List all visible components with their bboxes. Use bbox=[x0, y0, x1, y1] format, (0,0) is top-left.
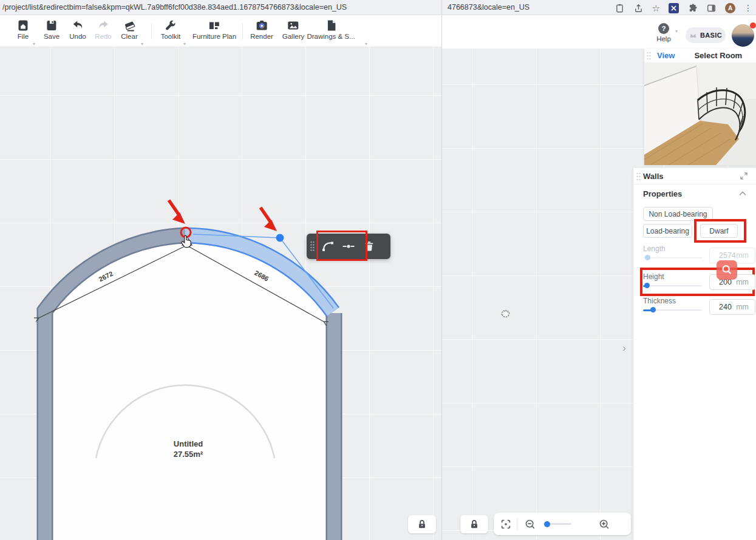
profile-initial: A bbox=[728, 5, 732, 12]
render-label: Render bbox=[250, 33, 273, 40]
share-icon[interactable] bbox=[633, 3, 644, 13]
tab-select-room[interactable]: Select Room bbox=[694, 51, 742, 60]
gallery-button[interactable]: Gallery bbox=[282, 19, 304, 40]
collapse-chevron-icon[interactable] bbox=[739, 191, 746, 196]
thickness-label: Thickness bbox=[643, 297, 676, 305]
wrench-icon bbox=[164, 19, 177, 32]
walls-grip-icon[interactable] bbox=[636, 172, 641, 181]
height-slider-handle[interactable] bbox=[644, 283, 650, 288]
toolbar-divider bbox=[151, 23, 152, 39]
plan-label: BASIC bbox=[700, 32, 722, 39]
drawings-caret-icon[interactable]: ▾ bbox=[365, 41, 367, 47]
thickness-value: 240 bbox=[710, 303, 736, 311]
browser-url-bar-left[interactable]: /project/list&redirectbim=false&kpm=qkWL… bbox=[0, 0, 441, 15]
notification-dot bbox=[750, 22, 756, 29]
height-label: Height bbox=[643, 272, 664, 281]
save-button[interactable]: Save bbox=[44, 19, 60, 40]
sidebar-icon[interactable] bbox=[706, 3, 717, 13]
length-value: 2574 bbox=[710, 251, 736, 260]
panel-grip-icon[interactable] bbox=[647, 52, 651, 60]
zoom-out-icon bbox=[524, 518, 536, 530]
room-floor[interactable] bbox=[53, 243, 325, 540]
browser-url-bar-right[interactable]: 4766873&locale=en_US ☆ bbox=[442, 0, 756, 15]
walls-section-title: Walls bbox=[643, 172, 663, 181]
save-label: Save bbox=[44, 33, 60, 40]
straighten-wall-button[interactable] bbox=[341, 239, 356, 254]
thickness-slider[interactable] bbox=[643, 309, 702, 311]
height-unit: mm bbox=[736, 278, 755, 286]
screenshot-stage: /project/list&redirectbim=false&kpm=qkWL… bbox=[0, 0, 756, 540]
zoom-in-button[interactable] bbox=[597, 517, 611, 532]
zoom-slider[interactable] bbox=[543, 523, 571, 525]
grab-cursor bbox=[499, 306, 512, 320]
help-label: Help bbox=[654, 35, 673, 42]
toolbar-divider bbox=[242, 23, 243, 39]
clear-button[interactable]: Clear bbox=[121, 19, 137, 40]
toolkit-label: Toolkit bbox=[161, 33, 181, 40]
length-unit: mm bbox=[736, 251, 755, 260]
document-icon bbox=[324, 19, 338, 32]
wall-type-load-bearing[interactable]: Load-bearing bbox=[643, 224, 692, 238]
delete-wall-button[interactable] bbox=[362, 239, 376, 254]
zoom-in-icon bbox=[598, 518, 610, 530]
thickness-input[interactable]: 240 mm bbox=[709, 299, 755, 315]
room-3d-preview[interactable] bbox=[644, 62, 756, 165]
app-header: ? Help ▾ BASIC bbox=[442, 15, 756, 49]
star-icon[interactable]: ☆ bbox=[652, 3, 660, 13]
length-slider-handle bbox=[645, 255, 650, 260]
walls-panel: Walls Properties Non Load-bearing Load-b… bbox=[633, 168, 756, 540]
drag-grip-icon[interactable] bbox=[310, 241, 315, 252]
furniture-plan-button[interactable]: Furniture Plan bbox=[192, 19, 236, 40]
tab-view[interactable]: View bbox=[657, 51, 675, 60]
kebab-menu-icon[interactable]: ⋮ bbox=[744, 3, 752, 13]
floorplan-window: /project/list&redirectbim=false&kpm=qkWL… bbox=[0, 0, 441, 540]
camera-icon bbox=[255, 19, 268, 32]
eraser-icon bbox=[123, 19, 136, 32]
lock-button-right[interactable] bbox=[460, 515, 488, 533]
properties-title: Properties bbox=[643, 189, 682, 198]
undo-button[interactable]: Undo bbox=[69, 19, 86, 40]
save-icon bbox=[45, 19, 58, 32]
toolkit-button[interactable]: Toolkit bbox=[161, 19, 181, 40]
curve-wall-icon bbox=[321, 239, 335, 254]
puzzle-icon[interactable] bbox=[687, 3, 698, 13]
file-button[interactable]: File bbox=[16, 19, 30, 40]
straighten-wall-icon bbox=[341, 239, 356, 254]
browser-chrome-icons: ☆ A ⋮ bbox=[615, 2, 752, 14]
clipboard-icon[interactable] bbox=[615, 3, 625, 13]
file-label: File bbox=[16, 33, 30, 40]
panel-collapse-chevron[interactable]: › bbox=[619, 341, 630, 356]
app-toolbar: File ▾ Save Undo bbox=[0, 15, 441, 47]
curve-control-point[interactable] bbox=[276, 234, 284, 242]
profile-avatar[interactable]: A bbox=[725, 3, 735, 13]
clear-label: Clear bbox=[121, 33, 137, 40]
recording-magnifier-cursor bbox=[717, 260, 737, 280]
fit-to-screen-button[interactable] bbox=[499, 517, 513, 532]
gallery-label: Gallery bbox=[282, 33, 304, 40]
height-slider[interactable] bbox=[643, 285, 702, 286]
plan-badge[interactable]: BASIC bbox=[686, 27, 726, 43]
wall-type-dwarf[interactable]: Dwarf bbox=[700, 224, 738, 238]
wall-type-non-load-bearing[interactable]: Non Load-bearing bbox=[643, 207, 713, 221]
url-text-right: 4766873&locale=en_US bbox=[444, 3, 530, 12]
toolkit-caret-icon[interactable]: ▾ bbox=[183, 41, 186, 47]
x-extension-icon[interactable] bbox=[669, 3, 679, 13]
lock-icon bbox=[469, 519, 480, 530]
lock-button-left[interactable] bbox=[408, 515, 436, 533]
file-caret-icon[interactable]: ▾ bbox=[33, 41, 35, 47]
furniture-plan-label: Furniture Plan bbox=[192, 33, 236, 40]
render-button[interactable]: Render bbox=[250, 19, 273, 40]
zoom-slider-handle[interactable] bbox=[544, 521, 550, 527]
room-name-label: Untitled bbox=[174, 439, 203, 448]
zoom-out-button[interactable] bbox=[523, 517, 537, 532]
curve-wall-button[interactable] bbox=[321, 239, 335, 254]
clear-caret-icon[interactable]: ▾ bbox=[141, 41, 143, 47]
drawings-button[interactable]: Drawings & S... bbox=[307, 19, 355, 40]
floorplan-canvas[interactable]: 2672 2686 bbox=[0, 47, 441, 540]
help-button[interactable]: ? Help bbox=[654, 23, 673, 42]
thickness-slider-handle[interactable] bbox=[650, 307, 656, 312]
zoom-controls bbox=[494, 513, 631, 535]
thickness-unit: mm bbox=[736, 303, 755, 311]
expand-panel-icon[interactable] bbox=[740, 172, 747, 180]
help-caret-icon[interactable]: ▾ bbox=[675, 29, 678, 34]
